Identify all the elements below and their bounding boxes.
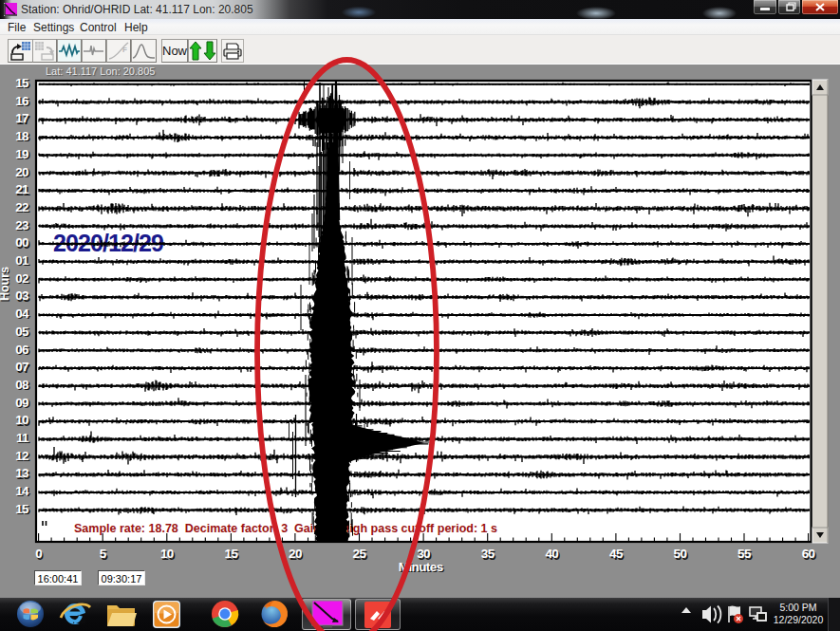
svg-text:09: 09 [15,396,28,410]
svg-text:Hours: Hours [0,267,11,301]
svg-text:18: 18 [15,129,29,143]
svg-text:13: 13 [15,466,29,480]
svg-text:15: 15 [15,502,29,516]
svg-text:08: 08 [15,378,29,392]
svg-text:07: 07 [15,360,28,374]
svg-text:25: 25 [353,547,367,561]
svg-text:Minutes: Minutes [399,560,443,574]
svg-text:45: 45 [609,547,624,561]
svg-text:23: 23 [15,218,29,232]
svg-text:20: 20 [289,547,302,561]
svg-text:22: 22 [15,200,28,214]
svg-text:40: 40 [545,547,558,561]
svg-text:00: 00 [15,235,28,250]
svg-text:0: 0 [35,547,42,561]
svg-text:14: 14 [15,484,29,498]
svg-text:20: 20 [15,165,28,179]
svg-text:17: 17 [15,111,28,125]
svg-text:11: 11 [16,431,29,445]
svg-text:03: 03 [15,288,29,303]
svg-text:60: 60 [802,547,815,561]
svg-text:05: 05 [15,325,29,339]
svg-text:55: 55 [737,547,752,561]
svg-text:19: 19 [15,147,28,161]
svg-text:15: 15 [224,547,238,561]
svg-text:10: 10 [160,547,174,561]
svg-text:15: 15 [15,76,29,90]
svg-text:02: 02 [15,271,28,286]
svg-text:01: 01 [15,253,29,268]
svg-text:5: 5 [100,547,107,561]
svg-text:50: 50 [674,547,687,561]
svg-text:F: F [122,46,127,54]
svg-text:12: 12 [15,449,28,463]
svg-text:Sample rate: 18.78 Decimate f: Sample rate: 18.78 Decimate factor: 3 Ga… [74,522,497,535]
svg-text:16: 16 [15,94,29,108]
svg-text:10: 10 [15,413,28,427]
svg-text:04: 04 [15,306,29,321]
svg-text:21: 21 [15,182,29,196]
svg-text:06: 06 [15,343,29,357]
svg-text:35: 35 [481,547,495,561]
